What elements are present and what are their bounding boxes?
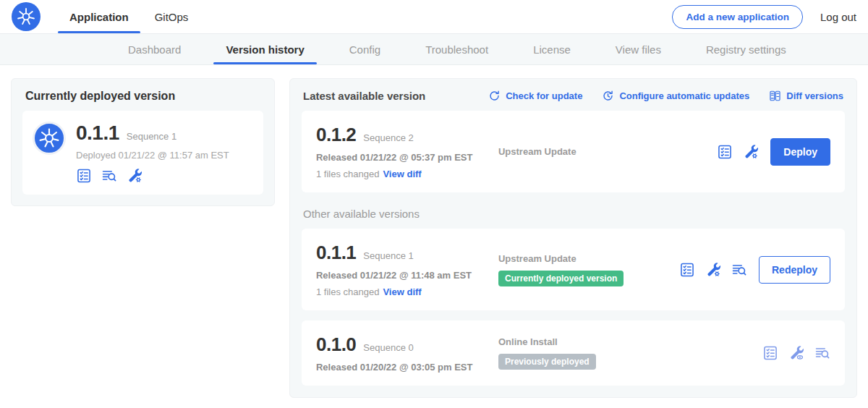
files-changed-label: 1 files changed [316,286,379,297]
version-source-label: Upstream Update [498,253,679,264]
version-source-label: Upstream Update [498,146,679,157]
version-number: 0.1.0 [316,333,356,356]
deployed-version-number: 0.1.1 [76,122,119,145]
tab-view-files[interactable]: View files [593,34,684,64]
config-gear-icon[interactable] [127,168,142,184]
sequence-label: Sequence 1 [363,250,413,261]
config-gear-icon[interactable] [743,144,759,160]
currently-deployed-panel: Currently deployed version 0.1.1 Sequenc… [11,78,275,206]
refresh-icon [488,90,501,102]
version-row-0-1-2: 0.1.2 Sequence 2 Released 01/21/22 @ 05:… [302,111,845,192]
version-number: 0.1.2 [316,124,356,146]
version-history-panel: Latest available version Check for updat… [289,78,857,398]
previously-deployed-badge: Previously deployed [498,354,596,370]
checklist-icon[interactable] [76,168,92,184]
tab-troubleshoot[interactable]: Troubleshoot [403,34,511,64]
deployed-panel-title: Currently deployed version [22,88,263,103]
release-notes-icon[interactable] [731,262,747,278]
release-notes-icon[interactable] [101,168,117,184]
top-nav: Application GitOps Add a new application… [0,0,868,33]
tab-application[interactable]: Application [56,0,142,33]
view-diff-link[interactable]: View diff [383,169,421,179]
configure-automatic-updates-link[interactable]: Configure automatic updates [602,90,749,102]
release-notes-icon[interactable] [814,345,830,361]
released-timestamp: Released 01/21/22 @ 05:37 pm EST [316,152,498,163]
checklist-icon[interactable] [717,144,733,160]
diff-versions-label: Diff versions [786,90,843,101]
currently-deployed-badge: Currently deployed version [498,271,624,286]
sequence-label: Sequence 2 [363,132,413,143]
tab-registry-settings[interactable]: Registry settings [684,34,809,64]
checklist-icon[interactable] [679,262,695,278]
other-versions-title: Other available versions [303,208,843,220]
deployed-sequence-label: Sequence 1 [127,131,176,142]
latest-version-title: Latest available version [303,90,425,102]
view-config-icon[interactable] [788,345,804,361]
view-diff-link[interactable]: View diff [383,286,421,297]
config-gear-icon[interactable] [705,262,721,278]
deployed-version-card: 0.1.1 Sequence 1 Deployed 01/21/22 @ 11:… [22,111,263,195]
app-subnav: Dashboard Version history Config Trouble… [0,33,868,65]
version-source-label: Online Install [498,336,679,347]
deploy-button[interactable]: Deploy [770,138,830,166]
check-for-update-label: Check for update [506,90,582,101]
diff-versions-link[interactable]: Diff versions [769,90,843,102]
version-row-0-1-1: 0.1.1 Sequence 1 Released 01/21/22 @ 11:… [302,229,845,310]
tab-config[interactable]: Config [327,34,403,64]
tab-gitops[interactable]: GitOps [142,0,202,33]
tab-dashboard[interactable]: Dashboard [106,34,203,64]
released-timestamp: Released 01/20/22 @ 03:05 pm EST [316,362,498,373]
diff-icon [769,90,781,102]
app-tabs: Application GitOps [56,0,201,33]
add-application-button[interactable]: Add a new application [672,5,803,29]
check-for-update-link[interactable]: Check for update [488,90,582,102]
released-timestamp: Released 01/21/22 @ 11:48 am EST [316,270,498,281]
checklist-icon[interactable] [762,345,778,361]
tab-version-history[interactable]: Version history [203,34,326,64]
logout-button[interactable]: Log out [820,11,856,23]
kubernetes-logo [12,2,41,31]
version-row-0-1-0: 0.1.0 Sequence 0 Released 01/20/22 @ 03:… [302,320,845,386]
files-changed-label: 1 files changed [316,169,379,179]
redeploy-button[interactable]: Redeploy [759,256,830,284]
version-number: 0.1.1 [316,242,356,264]
deployed-timestamp: Deployed 01/21/22 @ 11:57 am EST [76,150,229,161]
schedule-update-icon [602,90,614,102]
tab-license[interactable]: License [511,34,593,64]
configure-automatic-updates-label: Configure automatic updates [619,90,749,101]
app-icon [33,122,66,155]
sequence-label: Sequence 0 [363,342,413,353]
